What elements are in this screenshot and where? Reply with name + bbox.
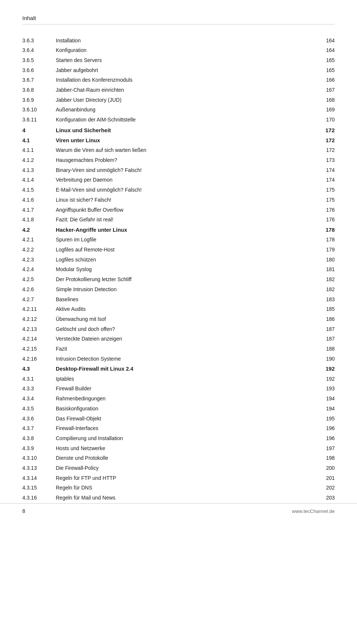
toc-title: Gelöscht und doch offen? bbox=[52, 324, 316, 334]
toc-num: 4.1.4 bbox=[22, 175, 52, 185]
toc-num: 3.6.5 bbox=[22, 55, 52, 65]
toc-row: 4.2.5Der Protokollierung letzter Schliff… bbox=[22, 275, 335, 285]
toc-title: Compilierung und Installation bbox=[52, 433, 316, 443]
toc-title: Die Firewall-Policy bbox=[52, 463, 316, 473]
toc-row: 4.2.2Logfiles auf Remote-Host179 bbox=[22, 245, 335, 255]
toc-page: 174 bbox=[316, 165, 335, 175]
toc-page: 174 bbox=[316, 175, 335, 185]
toc-num: 4.3.8 bbox=[22, 433, 52, 443]
toc-table: 3.6.3Installation1643.6.4Konfiguration16… bbox=[22, 36, 335, 503]
toc-row: 4.2.3Logfiles schützen180 bbox=[22, 255, 335, 265]
footer-website: www.tecChannel.de bbox=[292, 508, 335, 514]
toc-row: 4.2.15Fazit188 bbox=[22, 344, 335, 354]
toc-num: 4.1.2 bbox=[22, 156, 52, 166]
toc-title: Intrusion Detection Systeme bbox=[52, 354, 316, 364]
toc-num: 3.6.6 bbox=[22, 65, 52, 75]
toc-page: 178 bbox=[316, 235, 335, 245]
toc-title: E-Mail-Viren sind unmöglich? Falsch! bbox=[52, 185, 316, 195]
toc-title: Firewall Builder bbox=[52, 384, 316, 394]
toc-page: 167 bbox=[316, 85, 335, 95]
toc-num: 4.3.15 bbox=[22, 483, 52, 493]
toc-num: 4.3.10 bbox=[22, 453, 52, 464]
toc-title: Konfiguration der AIM-Schnittstelle bbox=[52, 115, 316, 125]
toc-page: 194 bbox=[316, 404, 335, 414]
toc-row: 4.1.6Linux ist sicher? Falsch!175 bbox=[22, 195, 335, 205]
toc-num: 3.6.8 bbox=[22, 85, 52, 95]
toc-row: 4.3Desktop-Firewall mit Linux 2.4192 bbox=[22, 364, 335, 374]
toc-page: 179 bbox=[316, 245, 335, 255]
page-container: Inhalt 3.6.3Installation1643.6.4Konfigur… bbox=[0, 0, 357, 525]
toc-row: 4.3.6Das Firewall-Objekt195 bbox=[22, 414, 335, 424]
toc-num: 4.2.14 bbox=[22, 334, 52, 344]
toc-num: 4.1.6 bbox=[22, 195, 52, 205]
toc-page: 164 bbox=[316, 36, 335, 46]
toc-row: 4.2.12Überwachung mit lsof186 bbox=[22, 314, 335, 324]
toc-title: Simple Intrusion Detection bbox=[52, 284, 316, 295]
toc-num: 4.3.3 bbox=[22, 384, 52, 394]
toc-title: Baselines bbox=[52, 295, 316, 305]
toc-num: 3.6.11 bbox=[22, 115, 52, 125]
toc-row: 4.3.10Dienste und Protokolle198 bbox=[22, 453, 335, 464]
toc-title: Dienste und Protokolle bbox=[52, 453, 316, 464]
toc-page: 194 bbox=[316, 394, 335, 404]
toc-title: Überwachung mit lsof bbox=[52, 314, 316, 324]
toc-num: 4.3.9 bbox=[22, 443, 52, 453]
toc-title: Hosts und Netzwerke bbox=[52, 443, 316, 453]
toc-title: Firewall-Interfaces bbox=[52, 424, 316, 434]
toc-title: Basiskonfiguration bbox=[52, 404, 316, 414]
toc-title: Der Protokollierung letzter Schliff bbox=[52, 275, 316, 285]
toc-num: 4.3.6 bbox=[22, 414, 52, 424]
toc-num: 4.2.3 bbox=[22, 255, 52, 265]
toc-num: 4 bbox=[22, 125, 52, 135]
toc-page: 168 bbox=[316, 95, 335, 105]
toc-title: Spuren im Logfile bbox=[52, 235, 316, 245]
toc-title: Regeln für Mail und News bbox=[52, 493, 316, 503]
toc-title: Jabber-Chat-Raum einrichten bbox=[52, 85, 316, 95]
toc-row: 4.3.16Regeln für Mail und News203 bbox=[22, 493, 335, 503]
toc-num: 4.2.1 bbox=[22, 235, 52, 245]
toc-page: 195 bbox=[316, 414, 335, 424]
toc-title: Regeln für DNS bbox=[52, 483, 316, 493]
toc-title: Viren unter Linux bbox=[52, 135, 316, 145]
toc-row: 4.1.7Angriffspunkt Buffer Overflow176 bbox=[22, 205, 335, 215]
toc-num: 4.2.5 bbox=[22, 275, 52, 285]
toc-row: 4.3.7Firewall-Interfaces196 bbox=[22, 424, 335, 434]
toc-row: 4.2.7Baselines183 bbox=[22, 295, 335, 305]
header-title: Inhalt bbox=[22, 15, 36, 21]
toc-row: 4.1.2Hausgemachtes Problem?173 bbox=[22, 156, 335, 166]
toc-title: Konfiguration bbox=[52, 46, 316, 56]
toc-num: 4.1.7 bbox=[22, 205, 52, 215]
toc-page: 172 bbox=[316, 125, 335, 135]
toc-num: 4.3.5 bbox=[22, 404, 52, 414]
toc-page: 201 bbox=[316, 473, 335, 483]
toc-row: 3.6.4Konfiguration164 bbox=[22, 46, 335, 56]
toc-num: 4.2.15 bbox=[22, 344, 52, 354]
toc-row: 4.1.8Fazit: Die Gefahr ist real!176 bbox=[22, 215, 335, 225]
page-footer: 8 www.tecChannel.de bbox=[0, 503, 357, 514]
toc-num: 4.2.16 bbox=[22, 354, 52, 364]
toc-page: 164 bbox=[316, 46, 335, 56]
toc-row: 4.1.5E-Mail-Viren sind unmöglich? Falsch… bbox=[22, 185, 335, 195]
toc-page: 196 bbox=[316, 433, 335, 443]
toc-page: 200 bbox=[316, 463, 335, 473]
toc-num: 4.2.11 bbox=[22, 305, 52, 315]
toc-title: Fazit: Die Gefahr ist real! bbox=[52, 215, 316, 225]
toc-title: Installation des Konferenzmoduls bbox=[52, 75, 316, 85]
toc-title: Logfiles auf Remote-Host bbox=[52, 245, 316, 255]
toc-page: 165 bbox=[316, 65, 335, 75]
toc-title: Verbreitung per Daemon bbox=[52, 175, 316, 185]
toc-page: 165 bbox=[316, 55, 335, 65]
toc-row: 4.2.1Spuren im Logfile178 bbox=[22, 235, 335, 245]
toc-page: 193 bbox=[316, 384, 335, 394]
toc-row: 3.6.6Jabber aufgebohrt165 bbox=[22, 65, 335, 75]
toc-num: 4.1.1 bbox=[22, 146, 52, 156]
toc-num: 4.3 bbox=[22, 364, 52, 374]
toc-num: 4.2.12 bbox=[22, 314, 52, 324]
toc-page: 172 bbox=[316, 135, 335, 145]
toc-row: 4.3.5Basiskonfiguration194 bbox=[22, 404, 335, 414]
toc-page: 187 bbox=[316, 334, 335, 344]
toc-title: Warum die Viren auf sich warten ließen bbox=[52, 146, 316, 156]
toc-title: Das Firewall-Objekt bbox=[52, 414, 316, 424]
toc-row: 4Linux und Sicherheit172 bbox=[22, 125, 335, 135]
toc-num: 4.1.3 bbox=[22, 165, 52, 175]
